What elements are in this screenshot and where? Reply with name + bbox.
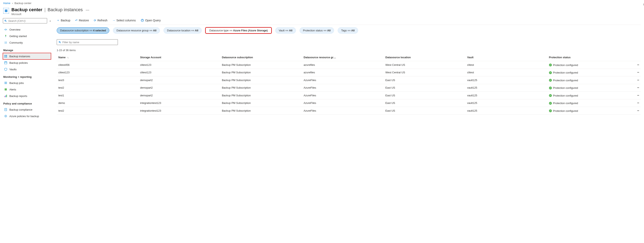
refresh-icon: ⟳ xyxy=(94,19,96,22)
cell-location: East US xyxy=(384,99,466,107)
sidebar-item-label: Vaults xyxy=(10,68,16,71)
chart-icon xyxy=(4,94,7,98)
page-subtitle: Backup instances xyxy=(48,7,82,12)
select-columns-button[interactable]: → Select columns xyxy=(112,19,136,22)
svg-rect-12 xyxy=(4,82,7,82)
col-subscription[interactable]: Datasource subscription xyxy=(220,54,302,61)
sidebar-item-alerts[interactable]: !Alerts xyxy=(3,86,51,93)
restore-button[interactable]: ↶ Restore xyxy=(75,19,89,22)
sidebar-search[interactable]: 🔍︎ xyxy=(3,18,47,23)
collapse-sidebar-button[interactable]: « xyxy=(50,19,51,22)
row-menu-button[interactable]: •• xyxy=(629,92,641,99)
col-rg[interactable]: Datasource resource gr… xyxy=(302,54,384,61)
page-title: Backup center xyxy=(12,7,42,12)
chevron-right-icon: › xyxy=(12,2,13,5)
table-row[interactable]: test3demopart2Backup PM SubscriptionAzur… xyxy=(57,76,641,84)
sidebar-item-community[interactable]: Community xyxy=(3,39,51,46)
expand-right-icon[interactable]: › xyxy=(643,2,644,6)
side-section-policy: Policy and compliance xyxy=(3,102,51,105)
plus-icon: ＋ xyxy=(57,18,60,22)
cell-rg: azurefiles xyxy=(302,69,384,76)
filter-vault[interactable]: Vault == All xyxy=(275,27,296,34)
col-location[interactable]: Datasource location xyxy=(384,54,466,61)
sidebar-item-backup-instances[interactable]: Backup instances xyxy=(3,53,51,59)
cell-location: East US xyxy=(384,92,466,99)
table-row[interactable]: test1demopart2Backup PM SubscriptionAzur… xyxy=(57,92,641,99)
table-row[interactable]: clitest456clitest123Backup PM Subscripti… xyxy=(57,61,641,69)
sidebar: 🔍︎ « OverviewGetting startedCommunity Ma… xyxy=(0,18,52,123)
table-row[interactable]: test2demopart2Backup PM SubscriptionAzur… xyxy=(57,84,641,92)
sidebar-item-label: Backup policies xyxy=(10,61,28,64)
filter-bar: Datasource subscription == 4 selected Da… xyxy=(57,27,641,34)
cell-subscription: Backup PM Subscription xyxy=(220,107,302,115)
svg-rect-11 xyxy=(4,62,7,62)
col-name[interactable]: Name↑↓ xyxy=(57,54,138,61)
cell-subscription: Backup PM Subscription xyxy=(220,61,302,69)
sidebar-item-getting-started[interactable]: Getting started xyxy=(3,33,51,39)
vault-icon xyxy=(4,68,7,71)
svg-rect-14 xyxy=(4,83,7,84)
cell-location: East US xyxy=(384,107,466,115)
row-menu-button[interactable]: •• xyxy=(629,76,641,84)
row-menu-button[interactable]: •• xyxy=(629,69,641,76)
gear-icon xyxy=(4,114,7,118)
sidebar-item-backup-jobs[interactable]: Backup jobs xyxy=(3,80,51,86)
row-menu-button[interactable]: •• xyxy=(629,84,641,92)
alert-icon: ! xyxy=(4,88,7,91)
col-vault[interactable]: Vault xyxy=(466,54,547,61)
search-icon: 🔍︎ xyxy=(58,41,61,44)
row-menu-button[interactable]: •• xyxy=(629,99,641,107)
instances-table: Name↑↓ Storage Account Datasource subscr… xyxy=(57,54,641,115)
filter-by-name[interactable]: 🔍︎ xyxy=(57,39,118,45)
cell-storage: clitest123 xyxy=(138,69,220,76)
sidebar-item-vaults[interactable]: Vaults xyxy=(3,66,51,72)
filter-tags[interactable]: Tags == All xyxy=(338,27,358,34)
sidebar-item-backup-policies[interactable]: Backup policies xyxy=(3,59,51,66)
cell-status: ✓Protection configured xyxy=(547,76,629,84)
table-row[interactable]: clitest123clitest123Backup PM Subscripti… xyxy=(57,69,641,76)
sidebar-item-label: Backup instances xyxy=(10,55,30,58)
sidebar-item-azure-policies-for-backup[interactable]: Azure policies for backup xyxy=(3,113,51,119)
cell-vault: vault125 xyxy=(466,92,547,99)
svg-point-5 xyxy=(6,42,7,42)
cell-storage: clitest123 xyxy=(138,61,220,69)
filter-location[interactable]: Datasource location == All xyxy=(164,27,202,34)
col-status[interactable]: Protection status xyxy=(547,54,629,61)
table-row[interactable]: test2integrationtest123Backup PM Subscri… xyxy=(57,107,641,115)
refresh-button[interactable]: ⟳ Refresh xyxy=(94,19,108,22)
cell-location: West Central US xyxy=(384,69,466,76)
sidebar-item-backup-reports[interactable]: Backup reports xyxy=(3,93,51,99)
sidebar-item-label: Backup compliance xyxy=(10,108,32,111)
filter-datasource-type[interactable]: Datasource type == Azure Files (Azure St… xyxy=(205,27,272,34)
cell-vault: vault125 xyxy=(466,84,547,92)
filter-by-name-input[interactable] xyxy=(62,41,116,44)
filter-subscription[interactable]: Datasource subscription == 4 selected xyxy=(57,27,109,34)
filter-protection-status[interactable]: Protection status == All xyxy=(300,27,334,34)
open-query-button[interactable]: Open Query xyxy=(141,19,161,22)
org-label: Microsoft xyxy=(12,13,89,16)
table-row[interactable]: demointegrationtest123Backup PM Subscrip… xyxy=(57,99,641,107)
more-icon[interactable]: ⋯ xyxy=(85,8,89,12)
svg-rect-3 xyxy=(6,36,6,37)
row-menu-button[interactable]: •• xyxy=(629,107,641,115)
breadcrumb-home[interactable]: Home xyxy=(3,2,10,5)
col-storage[interactable]: Storage Account xyxy=(138,54,220,61)
success-icon: ✓ xyxy=(549,79,552,82)
sidebar-search-input[interactable] xyxy=(8,19,46,22)
filter-resource-group[interactable]: Datasource resource group == All xyxy=(113,27,160,34)
cell-status: ✓Protection configured xyxy=(547,99,629,107)
cell-status: ✓Protection configured xyxy=(547,84,629,92)
row-menu-button[interactable]: •• xyxy=(629,61,641,69)
sidebar-item-backup-compliance[interactable]: Backup compliance xyxy=(3,106,51,113)
backup-button[interactable]: ＋ Backup xyxy=(57,18,70,22)
svg-rect-19 xyxy=(6,95,7,97)
cell-name: clitest456 xyxy=(57,61,138,69)
cell-name: test2 xyxy=(57,84,138,92)
sidebar-item-overview[interactable]: Overview xyxy=(3,26,51,33)
side-section-monitor: Monitoring + reporting xyxy=(3,75,51,78)
breadcrumb: Home › Backup center xyxy=(0,0,644,5)
cell-subscription: Backup PM Subscription xyxy=(220,92,302,99)
sidebar-item-label: Backup jobs xyxy=(10,81,24,84)
svg-rect-9 xyxy=(6,56,7,57)
svg-point-4 xyxy=(5,42,6,42)
